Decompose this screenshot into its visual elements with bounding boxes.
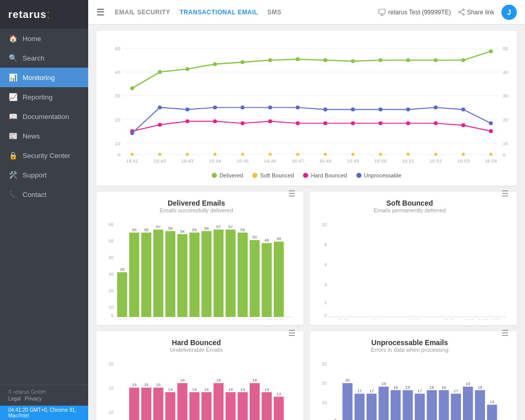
unprocessable-menu-icon[interactable]: ☰	[501, 328, 509, 338]
sidebar-item-news[interactable]: 📰 News	[0, 126, 88, 146]
svg-point-3	[462, 9, 464, 11]
topnav-sms[interactable]: SMS	[267, 9, 281, 16]
sidebar-item-monitoring[interactable]: 📊 Monitoring	[0, 68, 88, 87]
sidebar-item-security-center[interactable]: 🔒 Security Center	[0, 146, 88, 165]
svg-rect-122	[226, 230, 236, 317]
charts-row-1: Delivered Emails Emails successfully del…	[96, 192, 517, 325]
sidebar-item-home[interactable]: 🏠 Home	[0, 29, 88, 48]
svg-text:18: 18	[393, 385, 398, 390]
share-icon	[458, 9, 465, 15]
svg-rect-177	[226, 392, 236, 420]
svg-text:16:50: 16:50	[463, 318, 474, 320]
svg-point-47	[324, 153, 327, 156]
sidebar-item-label: Documentation	[23, 113, 69, 121]
monitor-icon	[378, 9, 386, 16]
svg-point-62	[351, 122, 355, 126]
soft-bounced-bar-svg: 10 8 6 4 2 0 16:42 16:44 16:46 16:48 16:…	[318, 217, 509, 320]
svg-text:14: 14	[490, 399, 494, 404]
svg-line-7	[460, 12, 462, 14]
legal-link[interactable]: Legal	[8, 396, 21, 402]
svg-text:40: 40	[115, 69, 120, 75]
svg-rect-118	[201, 231, 212, 317]
svg-text:20: 20	[502, 117, 508, 123]
sidebar-item-documentation[interactable]: 📖 Documentation	[0, 107, 88, 126]
sidebar-item-search[interactable]: 🔍 Search	[0, 48, 88, 68]
svg-text:29: 29	[120, 267, 125, 272]
svg-point-68	[130, 131, 134, 135]
svg-text:0: 0	[117, 152, 120, 157]
hard-bounced-bar-svg: 20 15 10 5 0 7 15	[105, 357, 295, 420]
user-avatar[interactable]: J	[501, 5, 517, 20]
svg-text:14: 14	[204, 387, 209, 392]
soft-bounced-menu-icon[interactable]: ☰	[501, 189, 509, 198]
svg-text:16:44: 16:44	[209, 158, 221, 164]
legend-label: Unprocessable	[364, 172, 401, 178]
svg-text:16:44: 16:44	[153, 318, 164, 320]
svg-rect-210	[391, 390, 401, 420]
svg-rect-161	[129, 388, 139, 420]
svg-text:10: 10	[115, 141, 120, 146]
svg-line-6	[460, 10, 462, 12]
svg-point-76	[351, 108, 355, 112]
svg-rect-112	[165, 231, 175, 317]
delivered-menu-icon[interactable]: ☰	[288, 189, 295, 198]
unprocessable-subtitle: Errors in data when processing	[318, 347, 501, 353]
hard-bounced-chart: Hard Bounced Undeliverable Emails ☰ 20 1…	[96, 331, 304, 420]
svg-text:0: 0	[502, 152, 505, 157]
topnav-email-security[interactable]: EMAIL SECURITY	[115, 9, 170, 16]
svg-text:16:41: 16:41	[126, 158, 138, 164]
top-navbar: ☰ EMAIL SECURITY TRANSACTIONAL EMAIL SMS…	[88, 0, 525, 25]
topnav-transactional-email[interactable]: TRANSACTIONAL EMAIL	[179, 9, 258, 16]
svg-rect-114	[177, 234, 188, 317]
hard-bounced-menu-icon[interactable]: ☰	[288, 328, 295, 338]
sidebar-item-reporting[interactable]: 📈 Reporting	[0, 87, 88, 107]
delivered-bar-svg: 60 50 40 30 20 10 0 29	[105, 217, 295, 320]
svg-text:16:43: 16:43	[181, 158, 193, 164]
svg-rect-202	[342, 383, 353, 420]
svg-rect-216	[427, 390, 437, 420]
svg-text:16:52: 16:52	[261, 318, 272, 320]
svg-rect-108	[141, 233, 151, 317]
hamburger-menu[interactable]: ☰	[96, 7, 105, 18]
svg-rect-128	[261, 243, 272, 317]
svg-text:20: 20	[109, 288, 114, 293]
svg-text:40: 40	[109, 255, 114, 260]
charts-row-2: Hard Bounced Undeliverable Emails ☰ 20 1…	[96, 331, 517, 420]
monitoring-icon: 📊	[8, 73, 17, 82]
svg-rect-171	[189, 392, 199, 420]
svg-rect-104	[117, 272, 127, 317]
account-name: retarus Test (99999TE)	[388, 9, 451, 16]
svg-text:15: 15	[144, 383, 149, 387]
svg-point-88	[296, 57, 300, 62]
privacy-link[interactable]: Privacy	[25, 396, 42, 402]
security-icon: 🔒	[8, 151, 17, 159]
svg-rect-181	[250, 383, 260, 420]
svg-rect-0	[379, 9, 385, 14]
svg-rect-206	[367, 394, 377, 420]
svg-text:16:45: 16:45	[236, 158, 249, 164]
svg-rect-183	[261, 392, 272, 420]
svg-text:18: 18	[478, 385, 482, 390]
svg-text:17: 17	[357, 389, 362, 393]
svg-text:16:48: 16:48	[319, 158, 332, 164]
svg-text:55: 55	[132, 228, 136, 232]
svg-text:17: 17	[369, 389, 374, 393]
svg-point-44	[241, 153, 244, 156]
svg-point-85	[213, 62, 217, 66]
svg-point-71	[213, 106, 217, 110]
svg-point-42	[186, 153, 189, 156]
svg-text:16:47: 16:47	[292, 158, 304, 164]
svg-point-79	[434, 106, 438, 110]
sidebar-item-label: Contact	[23, 191, 47, 198]
svg-point-90	[351, 59, 355, 63]
svg-text:16:54: 16:54	[484, 158, 497, 164]
delivered-emails-chart: Delivered Emails Emails successfully del…	[96, 192, 304, 325]
hard-bounced-subtitle: Undeliverable Emails	[105, 347, 288, 353]
legend-label: Delivered	[219, 172, 243, 178]
svg-rect-173	[201, 392, 212, 420]
sidebar-item-support[interactable]: 🛠️ Support	[0, 165, 88, 185]
unprocessable-bar-svg: 25 20 15 10 0 9 20	[318, 357, 509, 420]
share-link[interactable]: Share link	[458, 9, 494, 16]
sidebar-item-contact[interactable]: 📞 Contact	[0, 185, 88, 204]
svg-text:16:42: 16:42	[154, 158, 166, 164]
